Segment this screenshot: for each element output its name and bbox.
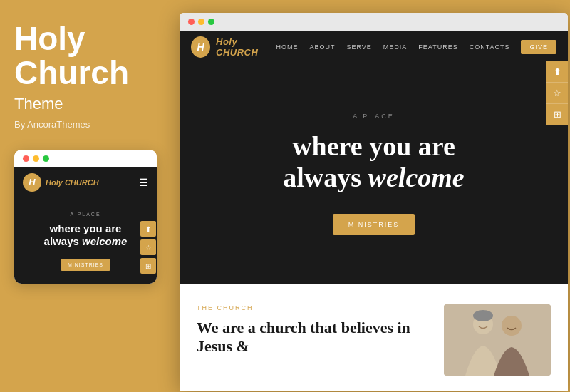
nav-features[interactable]: FEATURES: [418, 43, 457, 51]
svg-rect-0: [444, 304, 551, 376]
nav-about[interactable]: ABOUT: [309, 43, 335, 51]
mobile-logo-circle: H: [23, 173, 41, 192]
left-panel: Holy Church Theme By AncoraThemes H Holy…: [0, 0, 175, 392]
browser-grid-icon[interactable]: ⊞: [546, 104, 568, 125]
desktop-content-text: THE CHURCH We are a church that believes…: [197, 304, 430, 376]
desktop-nav: H Holy CHURCH HOME ABOUT SERVE MEDIA FEA…: [180, 31, 568, 63]
desktop-hero-label: A PLACE: [353, 113, 395, 120]
browser-minimize-dot: [198, 19, 204, 25]
nav-contacts[interactable]: CONTACTS: [470, 43, 510, 51]
couple-image-svg: [444, 304, 551, 376]
nav-home[interactable]: HOME: [276, 43, 298, 51]
browser-share-icon[interactable]: ⬆: [546, 61, 568, 83]
close-dot: [23, 155, 29, 162]
mockup-titlebar: [14, 150, 157, 167]
mobile-bookmark-icon[interactable]: ☆: [140, 239, 156, 255]
mobile-hero-heading: where you are always welcome: [23, 222, 148, 248]
mobile-side-icons: ⬆ ☆ ⊞: [140, 221, 156, 274]
theme-byline: By AncoraThemes: [14, 119, 160, 130]
mobile-mockup: H Holy CHURCH ☰ A PLACE where you are al…: [14, 150, 157, 284]
nav-serve[interactable]: SERVE: [346, 43, 371, 51]
minimize-dot: [33, 155, 39, 162]
mobile-grid-icon[interactable]: ⊞: [140, 258, 156, 274]
hamburger-icon[interactable]: ☰: [139, 177, 148, 188]
theme-subtitle: Theme: [14, 95, 160, 113]
desktop-ministries-button[interactable]: MINISTRIES: [333, 214, 415, 235]
desktop-nav-links: HOME ABOUT SERVE MEDIA FEATURES CONTACTS…: [276, 40, 556, 54]
browser-bookmark-icon[interactable]: ☆: [546, 83, 568, 104]
content-heading: We are a church that believes in Jesus &: [197, 319, 430, 356]
browser-window: H Holy CHURCH HOME ABOUT SERVE MEDIA FEA…: [180, 13, 568, 391]
desktop-logo: H Holy CHURCH: [191, 36, 276, 58]
desktop-hero-heading: where you are always welcome: [283, 131, 464, 193]
desktop-hero: A PLACE where you are always welcome MIN…: [180, 63, 568, 284]
desktop-logo-circle: H: [191, 36, 210, 58]
mobile-hero-label: A PLACE: [23, 212, 148, 217]
mobile-logo: H Holy CHURCH: [23, 173, 99, 192]
browser-titlebar: [180, 13, 568, 31]
nav-give-button[interactable]: GIVE: [521, 40, 556, 54]
mobile-logo-text: Holy CHURCH: [46, 178, 99, 187]
browser-close-dot: [188, 19, 195, 25]
svg-point-2: [502, 316, 522, 336]
fullscreen-dot: [43, 155, 49, 162]
theme-title: Holy Church: [14, 21, 160, 91]
browser-fullscreen-dot: [208, 19, 214, 25]
desktop-content-section: THE CHURCH We are a church that believes…: [180, 284, 568, 391]
mobile-nav: H Holy CHURCH ☰: [14, 167, 157, 197]
mobile-hero: A PLACE where you are always welcome MIN…: [14, 197, 157, 284]
svg-point-3: [473, 310, 493, 321]
content-image: [444, 304, 551, 376]
mobile-share-icon[interactable]: ⬆: [140, 221, 156, 237]
desktop-logo-text: Holy CHURCH: [216, 36, 276, 58]
mobile-ministries-button[interactable]: MINISTRIES: [61, 259, 110, 271]
content-section-label: THE CHURCH: [197, 304, 430, 311]
nav-media[interactable]: MEDIA: [383, 43, 408, 51]
browser-sidebar-icons: ⬆ ☆ ⊞: [546, 61, 568, 125]
